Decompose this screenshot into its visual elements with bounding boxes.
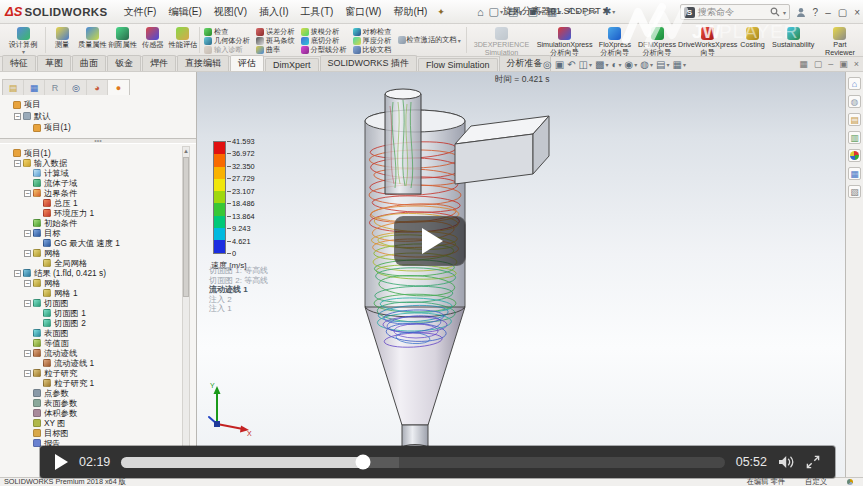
tree-item-流动迹线[interactable]: −流动迹线 [0, 348, 182, 358]
ribbon-button-part-reviewer-icon[interactable]: Part Reviewer [819, 25, 861, 55]
apply-scene-icon[interactable]: ▤▾ [656, 59, 669, 70]
tree-item-粒子研究 1[interactable]: 粒子研究 1 [0, 378, 182, 388]
status-gear-icon[interactable] [847, 479, 853, 485]
section-view-icon[interactable]: ◫▾ [579, 59, 592, 70]
tree-item-切面图[interactable]: −切面图 [0, 298, 182, 308]
tree-item-点参数[interactable]: 点参数 [0, 388, 182, 398]
ribbon-button-dfmxpress-icon[interactable]: DFMXpress 分析向导 [636, 25, 678, 55]
tree-item-XY 图[interactable]: XY 图 [0, 418, 182, 428]
3dexperience-icon[interactable]: ◍ [848, 95, 861, 108]
tree-item-表面参数[interactable]: 表面参数 [0, 398, 182, 408]
tree-item-流体子域[interactable]: 流体子域 [0, 178, 182, 188]
file-explorer-icon[interactable]: ▥ [848, 131, 861, 144]
tree-item-网格[interactable]: −网格 [0, 278, 182, 288]
tree-item-输入数据[interactable]: −输入数据 [0, 158, 182, 168]
volume-icon[interactable] [778, 455, 795, 469]
tab-焊件[interactable]: 焊件 [142, 55, 176, 71]
tab-钣金[interactable]: 钣金 [107, 55, 141, 71]
ribbon-item-check-active[interactable]: 检查激活的文档▾ [394, 25, 464, 55]
tab-评估[interactable]: 评估 [230, 55, 264, 71]
player-progress-bar[interactable] [121, 457, 724, 468]
displaymanager-tab[interactable]: ◕ [87, 80, 108, 95]
tab-草图[interactable]: 草图 [37, 55, 71, 71]
menu-item-1[interactable]: 编辑(E) [162, 5, 207, 19]
tab-直接编辑[interactable]: 直接编辑 [177, 55, 229, 71]
viewport-layout-icon[interactable]: ▦ [799, 59, 808, 69]
close-doc-icon[interactable]: × [854, 59, 859, 69]
tree-item-项目(1)[interactable]: 项目(1) [0, 148, 182, 158]
help-icon[interactable]: ? [813, 7, 819, 18]
ribbon-button-sensor-icon[interactable]: 传感器 [138, 25, 168, 55]
view-orientation-icon[interactable]: ▩▾ [595, 59, 608, 70]
expander-icon[interactable]: − [14, 113, 21, 120]
player-play-button[interactable] [55, 454, 68, 470]
tree-item-结果 (1.fld, 0.421 s)[interactable]: −结果 (1.fld, 0.421 s) [0, 268, 182, 278]
expander-icon[interactable]: − [14, 270, 21, 277]
ribbon-item-curvature-icon[interactable]: 曲率 [256, 45, 295, 54]
tree-item-边界条件[interactable]: −边界条件 [0, 188, 182, 198]
video-play-overlay[interactable] [394, 216, 466, 266]
new-window-icon[interactable]: ▢ [814, 59, 823, 69]
featuremanager-tab[interactable]: ▤ [3, 80, 24, 95]
ribbon-button-section-properties-icon[interactable]: 剖面属性 [107, 25, 137, 55]
tree-item-表面图[interactable]: 表面图 [0, 328, 182, 338]
menu-item-5[interactable]: 窗口(W) [339, 5, 387, 19]
ribbon-item-import-diagnostics-icon[interactable]: 输入诊断 [204, 45, 250, 54]
expander-icon[interactable]: − [24, 230, 31, 237]
view-settings-icon[interactable]: ▦▾ [673, 59, 686, 70]
custom-properties-icon[interactable]: ▦ [848, 167, 861, 180]
ribbon-button-floxpress-icon[interactable]: FloXpress 分析向导 [594, 25, 636, 55]
menu-item-3[interactable]: 插入(I) [253, 5, 294, 19]
tree-item-计算域[interactable]: 计算域 [0, 168, 182, 178]
tree-item-GG 最大值 速度 1[interactable]: GG 最大值 速度 1 [0, 238, 182, 248]
ribbon-button-performance-evaluation-icon[interactable]: 性能评估 [168, 25, 198, 55]
display-style-icon[interactable]: ◐▾ [612, 59, 622, 70]
zoom-to-area-icon[interactable]: ▣ [555, 59, 564, 70]
tree-item-等值面[interactable]: 等值面 [0, 338, 182, 348]
panel-splitter[interactable]: ••• [0, 138, 196, 144]
design-library-icon[interactable]: ▤ [848, 113, 861, 126]
magnifier-icon[interactable] [770, 7, 780, 17]
customize-label[interactable]: 自定义 [805, 477, 827, 486]
propertymanager-tab[interactable]: ▦ [24, 80, 45, 95]
dimxpertmanager-tab[interactable]: ◎ [66, 80, 87, 95]
expander-icon[interactable]: − [14, 160, 21, 167]
zoom-to-fit-icon[interactable]: ◎ [543, 59, 552, 70]
tree-item-项目(1)[interactable]: 项目(1) [0, 122, 196, 134]
expander-icon[interactable]: − [24, 190, 31, 197]
ribbon-button-sustainability-icon[interactable]: Sustainability [768, 25, 819, 55]
tab-DimXpert[interactable]: DimXpert [265, 58, 319, 71]
expander-icon[interactable]: − [24, 280, 31, 287]
menu-item-6[interactable]: 帮助(H) [387, 5, 433, 19]
tree-item-项目[interactable]: 项目 [0, 99, 196, 111]
restore-doc-icon[interactable]: ▣ [839, 59, 848, 69]
fullscreen-icon[interactable] [806, 455, 820, 469]
tree-item-目标图[interactable]: 目标图 [0, 428, 182, 438]
ribbon-button-mass-properties-icon[interactable]: 质量属性 [77, 25, 107, 55]
tab-特征[interactable]: 特征 [2, 55, 36, 71]
ribbon-button-measure-icon[interactable]: 测量 [47, 25, 77, 55]
previous-view-icon[interactable]: ↶ [567, 59, 575, 70]
forum-icon[interactable]: ▧ [848, 185, 861, 198]
menu-item-4[interactable]: 工具(T) [295, 5, 340, 19]
tree-item-全局网格[interactable]: 全局网格 [0, 258, 182, 268]
tree-item-目标[interactable]: −目标 [0, 228, 182, 238]
flow-simulation-tab[interactable]: ● [108, 80, 129, 95]
tree-item-总压 1[interactable]: 总压 1 [0, 198, 182, 208]
hide-show-items-icon[interactable]: ◉▾ [625, 59, 638, 70]
minimize-doc-icon[interactable]: – [828, 59, 833, 69]
tree-item-粒子研究[interactable]: −粒子研究 [0, 368, 182, 378]
expander-icon[interactable]: − [24, 370, 31, 377]
ribbon-item-compare-documents-icon[interactable]: 比较文档 [353, 45, 392, 54]
scroll-up-icon[interactable]: ▲ [183, 147, 189, 155]
tree-item-体积参数[interactable]: 体积参数 [0, 408, 182, 418]
scrollbar-thumb[interactable] [183, 157, 189, 297]
ribbon-button-design-study-icon[interactable]: 设计算例▾ [2, 25, 44, 55]
ribbon-item-parting-line-analysis-icon[interactable]: 分型线分析 [301, 45, 347, 54]
tab-曲面[interactable]: 曲面 [72, 55, 106, 71]
search-caret-icon[interactable]: ▾ [783, 9, 786, 16]
tab-Flow Simulation[interactable]: Flow Simulation [418, 58, 498, 71]
tree-item-切面图 2[interactable]: 切面图 2 [0, 318, 182, 328]
expander-icon[interactable]: − [24, 300, 31, 307]
expander-icon[interactable]: − [24, 250, 31, 257]
